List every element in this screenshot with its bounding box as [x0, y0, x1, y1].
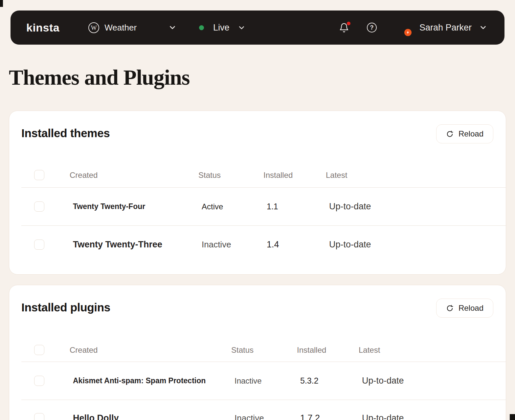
theme-installed-version: 1.1: [263, 202, 326, 211]
reload-label: Reload: [459, 129, 483, 138]
table-row: Akismet Anti-spam: Spam Protection Inact…: [21, 362, 506, 400]
environment-label: Live: [213, 23, 230, 33]
environment-selector-dropdown[interactable]: Live: [199, 23, 246, 33]
site-selector-label: Weather: [104, 23, 137, 33]
refresh-icon: [446, 304, 454, 312]
plugins-table-header: Created Status Installed Latest: [21, 338, 506, 362]
column-header-latest[interactable]: Latest: [359, 346, 506, 355]
plugin-latest-version: Up-to-date: [359, 413, 506, 420]
plugin-installed-version: 1.7.2: [297, 413, 359, 420]
row-checkbox[interactable]: [34, 413, 44, 420]
plugins-table: Created Status Installed Latest Akismet …: [21, 338, 506, 420]
row-checkbox[interactable]: [34, 201, 44, 212]
plugins-reload-button[interactable]: Reload: [436, 299, 493, 318]
notification-dot: [347, 22, 350, 25]
chevron-down-icon: [237, 24, 246, 32]
column-header-installed[interactable]: Installed: [263, 171, 326, 180]
chevron-down-icon[interactable]: [479, 23, 487, 32]
theme-name: Twenty Twenty-Three: [70, 240, 198, 250]
corner-artifact-bottom-right: [510, 414, 515, 420]
column-header-created[interactable]: Created: [70, 346, 231, 355]
table-row: Hello Dolly Inactive 1.7.2 Up-to-date: [21, 400, 506, 420]
column-header-status[interactable]: Status: [198, 171, 263, 180]
user-menu[interactable]: Sarah Parker: [419, 23, 472, 33]
plugin-status: Inactive: [231, 413, 297, 420]
row-checkbox[interactable]: [34, 376, 44, 386]
select-all-checkbox[interactable]: [34, 345, 44, 355]
corner-artifact-top-left: [0, 0, 3, 7]
kinsta-logo[interactable]: kinsta: [26, 21, 59, 34]
live-status-dot: [199, 25, 204, 30]
page-title: Themes and Plugins: [9, 65, 190, 90]
column-header-installed[interactable]: Installed: [297, 346, 359, 355]
themes-table-header: Created Status Installed Latest: [21, 163, 506, 188]
chevron-down-icon: [168, 23, 177, 32]
plugins-card-title: Installed plugins: [21, 301, 110, 314]
installed-themes-card: Installed themes Reload Created Status I…: [9, 111, 506, 275]
theme-name: Twenty Twenty-Four: [70, 202, 198, 211]
navbar-right-group: ? Sarah Parker: [339, 20, 487, 35]
refresh-icon: [446, 130, 454, 138]
theme-latest-version: Up-to-date: [326, 201, 506, 212]
column-header-latest[interactable]: Latest: [326, 171, 506, 180]
theme-status: Inactive: [198, 240, 263, 250]
plugin-name: Hello Dolly: [70, 413, 231, 420]
reload-label: Reload: [459, 304, 483, 313]
theme-status: Active: [198, 202, 263, 211]
top-navbar: kinsta W Weather Live ? Sarah P: [11, 10, 504, 45]
wordpress-icon: W: [88, 22, 99, 33]
help-button[interactable]: ?: [367, 23, 377, 32]
table-row: Twenty Twenty-Three Inactive 1.4 Up-to-d…: [21, 226, 506, 263]
themes-reload-button[interactable]: Reload: [436, 124, 493, 143]
plugin-status: Inactive: [231, 376, 297, 386]
site-selector-dropdown[interactable]: W Weather: [88, 22, 177, 33]
column-header-created[interactable]: Created: [70, 171, 198, 180]
themes-table: Created Status Installed Latest Twenty T…: [21, 163, 506, 263]
lightning-icon: [404, 29, 412, 36]
installed-plugins-card: Installed plugins Reload Created Status …: [9, 285, 506, 420]
theme-installed-version: 1.4: [263, 240, 326, 250]
select-all-checkbox[interactable]: [34, 170, 44, 180]
themes-card-title: Installed themes: [21, 127, 110, 140]
plugin-installed-version: 5.3.2: [297, 376, 359, 386]
row-checkbox[interactable]: [34, 240, 44, 250]
column-header-status[interactable]: Status: [231, 346, 297, 355]
notifications-button[interactable]: [339, 23, 349, 33]
table-row: Twenty Twenty-Four Active 1.1 Up-to-date: [21, 188, 506, 226]
user-avatar[interactable]: [395, 20, 410, 35]
plugin-latest-version: Up-to-date: [359, 376, 506, 386]
plugin-name: Akismet Anti-spam: Spam Protection: [70, 376, 231, 385]
theme-latest-version: Up-to-date: [326, 240, 506, 250]
